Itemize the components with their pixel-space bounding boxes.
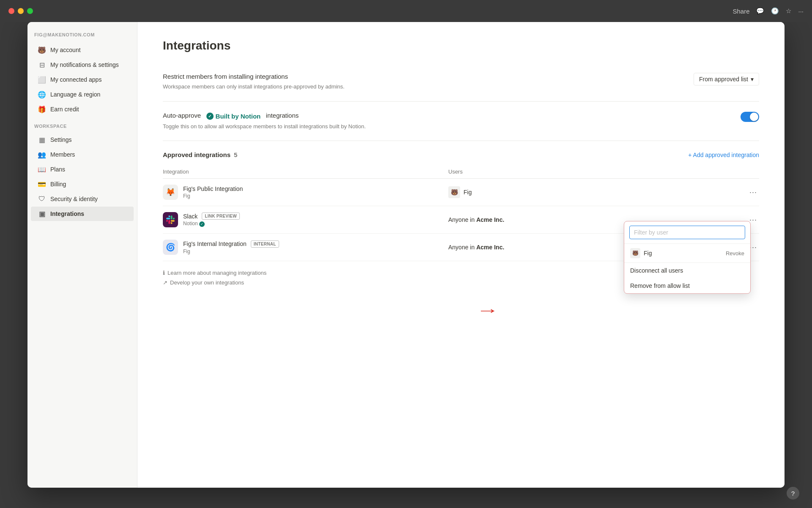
popup-disconnect-all-button[interactable]: Disconnect all users [624, 263, 750, 278]
members-icon: 👥 [38, 150, 46, 159]
disconnect-all-label: Disconnect all users [630, 267, 683, 274]
earn-credit-icon: 🎁 [38, 105, 46, 113]
sidebar-item-label: Members [50, 151, 75, 158]
popup-user-left: 🐻 Fig [630, 248, 652, 258]
autoapprove-desc: Toggle this on to allow all workspace me… [163, 122, 374, 131]
integration-cell-figs-public: 🦊 Fig's Public Integration Fig [163, 185, 448, 200]
autoapprove-title: Auto-approve ✓ Built by Notion integrati… [163, 112, 732, 120]
autoapprove-prefix: Auto-approve [163, 112, 201, 119]
notion-brand-label: Built by Notion [216, 113, 261, 120]
sidebar-item-members[interactable]: 👥 Members [31, 147, 134, 162]
minimize-button[interactable] [18, 8, 24, 14]
approved-list-dropdown[interactable]: From approved list ▾ [694, 73, 759, 86]
info-icon: ℹ [163, 270, 165, 276]
notion-badge: ✓ Built by Notion [206, 113, 261, 120]
develop-integrations-label: Develop your own integrations [170, 279, 244, 286]
slack-user-label: Anyone in Acme Inc. [448, 216, 504, 223]
popup-search-container [624, 221, 750, 244]
slack-name-row: Slack LINK PREVIEW [183, 213, 240, 220]
plans-icon: 📖 [38, 165, 46, 174]
sidebar-item-integrations[interactable]: ▣ Integrations [31, 207, 134, 221]
slack-icon [163, 212, 178, 227]
popup-revoke-button[interactable]: Revoke [726, 250, 744, 257]
figs-public-more-button[interactable]: ··· [747, 186, 759, 198]
restrict-title: Restrict members from installing integra… [163, 73, 685, 80]
restrict-setting-row: Restrict members from installing integra… [163, 63, 759, 102]
sidebar-item-settings[interactable]: ▦ Settings [31, 133, 134, 147]
autoapprove-text: Auto-approve ✓ Built by Notion integrati… [163, 112, 732, 131]
figs-internal-info: Fig's Internal Integration INTERNAL Fig [183, 240, 279, 254]
sidebar-item-plans[interactable]: 📖 Plans [31, 162, 134, 177]
restrict-setting-text: Restrict members from installing integra… [163, 73, 685, 91]
more-icon[interactable]: ··· [798, 8, 804, 15]
workspace-section-label: WORKSPACE [27, 117, 137, 132]
table-row: 🦊 Fig's Public Integration Fig 🐻 Fig ··· [163, 179, 759, 206]
sidebar-item-label: Settings [50, 136, 72, 143]
sidebar-item-label: Plans [50, 166, 65, 173]
main-window: FIG@MAKENOTION.COM 🐻 My account ⊟ My not… [27, 22, 785, 488]
help-label: ? [791, 490, 795, 497]
fig-avatar: 🐻 [448, 186, 460, 198]
popup-remove-allowlist-button[interactable]: Remove from allow list [624, 278, 750, 293]
filter-by-user-input[interactable] [629, 226, 745, 239]
sidebar-item-earn-credit[interactable]: 🎁 Earn credit [31, 102, 134, 116]
sidebar-item-my-connected-apps[interactable]: ⬜ My connected apps [31, 72, 134, 87]
figs-public-users: 🐻 Fig [448, 186, 734, 198]
sidebar-item-label: My account [50, 47, 81, 53]
chat-icon[interactable]: 💬 [756, 7, 764, 15]
sidebar-item-label: Billing [50, 181, 66, 188]
notion-check-icon: ✓ [206, 113, 214, 120]
sidebar-item-label: Earn credit [50, 106, 79, 113]
slack-sub: Notion ✓ [183, 221, 240, 226]
share-label: Share [732, 8, 749, 15]
figs-internal-badge: INTERNAL [251, 240, 279, 248]
sidebar-item-language-region[interactable]: 🌐 Language & region [31, 87, 134, 102]
account-icon: 🐻 [38, 46, 46, 54]
popup-user-row: 🐻 Fig Revoke [624, 244, 750, 263]
traffic-lights [8, 8, 33, 14]
page-title: Integrations [163, 39, 759, 52]
figs-internal-user-label: Anyone in Acme Inc. [448, 244, 504, 251]
share-button[interactable]: Share [732, 8, 749, 15]
figs-public-icon: 🦊 [163, 185, 178, 200]
security-icon: 🛡 [38, 195, 46, 203]
billing-icon: 💳 [38, 180, 46, 188]
col-integration: Integration [163, 168, 448, 175]
star-icon[interactable]: ☆ [786, 7, 791, 15]
popup-menu: 🐻 Fig Revoke Disconnect all users Remove… [624, 221, 751, 294]
slack-info: Slack LINK PREVIEW Notion ✓ [183, 213, 240, 226]
popup-fig-avatar: 🐻 [630, 248, 640, 258]
language-icon: 🌐 [38, 90, 46, 99]
notifications-icon: ⊟ [38, 61, 46, 69]
remove-allowlist-label: Remove from allow list [630, 282, 690, 289]
restrict-control: From approved list ▾ [694, 73, 759, 86]
sidebar-item-my-account[interactable]: 🐻 My account [31, 43, 134, 57]
sidebar-item-security-identity[interactable]: 🛡 Security & identity [31, 192, 134, 206]
close-button[interactable] [8, 8, 14, 14]
maximize-button[interactable] [27, 8, 33, 14]
autoapprove-toggle[interactable] [741, 112, 759, 122]
approved-label: Approved integrations [163, 151, 230, 158]
figs-internal-sub: Fig [183, 248, 279, 254]
sidebar-item-label: Language & region [50, 91, 100, 98]
integrations-icon: ▣ [38, 210, 46, 218]
figs-public-actions: ··· [734, 186, 759, 198]
integration-cell-figs-internal: 🌀 Fig's Internal Integration INTERNAL Fi… [163, 240, 448, 255]
sidebar-item-label: My notifications & settings [50, 61, 119, 68]
sidebar-item-my-notifications[interactable]: ⊟ My notifications & settings [31, 58, 134, 72]
approved-count: 5 [234, 151, 237, 158]
add-approved-integration-button[interactable]: + Add approved integration [688, 152, 759, 158]
col-users: Users [448, 168, 734, 175]
add-integration-label: + Add approved integration [688, 152, 759, 158]
titlebar-actions: Share 💬 🕐 ☆ ··· [732, 7, 804, 15]
popup-fig-name: Fig [644, 250, 652, 257]
approved-title: Approved integrations 5 [163, 151, 237, 158]
restrict-desc: Workspace members can only install integ… [163, 83, 374, 91]
history-icon[interactable]: 🕐 [771, 7, 779, 15]
integrations-table-header: Integration Users [163, 165, 759, 179]
help-button[interactable]: ? [787, 487, 799, 500]
sidebar-item-billing[interactable]: 💳 Billing [31, 177, 134, 191]
figs-public-sub: Fig [183, 193, 243, 199]
settings-icon: ▦ [38, 135, 46, 144]
autoapprove-suffix: integrations [266, 112, 299, 119]
